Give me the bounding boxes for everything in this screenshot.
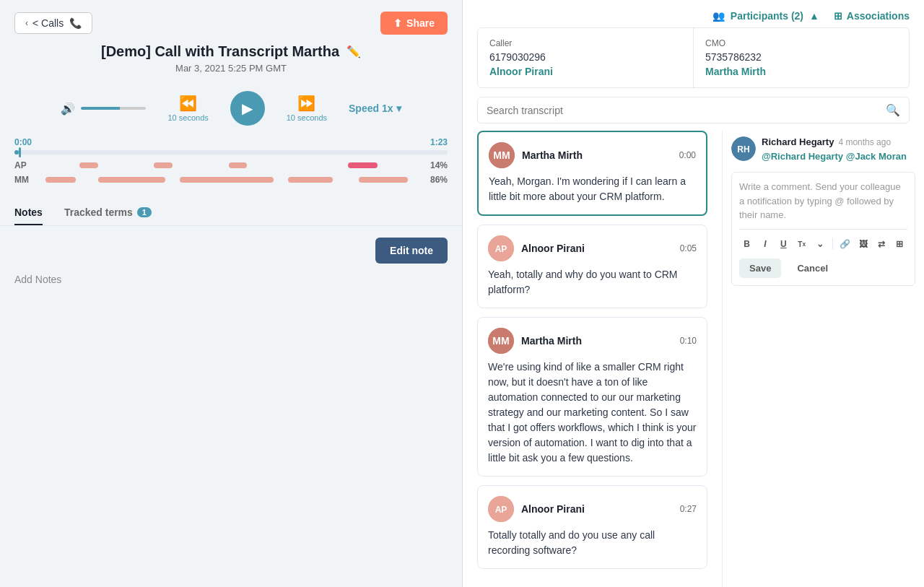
calls-button[interactable]: ‹ < Calls 📞 — [14, 12, 92, 34]
embed-button[interactable]: ⇄ — [873, 235, 889, 253]
skip-back-label: 10 seconds — [167, 113, 208, 122]
transcript-list: MM Martha Mirth 0:00 Yeah, Morgan. I'm w… — [463, 131, 722, 587]
speaker-pct-mm: 86% — [422, 175, 448, 185]
timeline-section: 0:00 1:23 AP 14% MM — [0, 131, 462, 192]
time-start: 0:00 — [14, 137, 32, 147]
text-format-button[interactable]: Tx — [794, 235, 809, 253]
bar-mm-2 — [98, 177, 165, 183]
bar-ap-1 — [79, 162, 98, 168]
underline-button[interactable]: U — [776, 235, 791, 253]
bar-mm-5 — [359, 177, 407, 183]
transcript-item-2[interactable]: AP Alnoor Pirani 0:05 Yeah, totally and … — [477, 225, 707, 308]
search-bar: 🔍 — [477, 97, 910, 123]
more-format-button[interactable]: ⌄ — [812, 235, 827, 253]
transcript-text-4: Totally totally and do you use any call … — [488, 528, 697, 558]
bar-mm-4 — [288, 177, 333, 183]
timeline-cursor — [19, 147, 21, 157]
tab-tracked-terms-label: Tracked terms — [64, 206, 133, 218]
transcript-item-4[interactable]: AP Alnoor Pirani 0:27 Totally totally an… — [477, 485, 707, 569]
speaker-row-mm: MM 86% — [14, 175, 448, 185]
speed-label: Speed 1x — [349, 103, 393, 114]
speaker-bars-mm — [42, 176, 415, 183]
phone-icon: 📞 — [69, 17, 82, 29]
avatar-ap-2: AP — [488, 496, 514, 522]
caller-phone: 6179030296 — [489, 51, 681, 63]
svg-text:MM: MM — [492, 335, 509, 347]
comment-editor: Write a comment. Send your colleague a n… — [731, 172, 915, 286]
participants-icon: 👥 — [712, 10, 725, 22]
table-button[interactable]: ⊞ — [892, 235, 907, 253]
tab-notes[interactable]: Notes — [14, 201, 43, 225]
participants-button[interactable]: 👥 Participants (2) ▲ — [712, 10, 819, 22]
speaker-name-1: Martha Mirth — [522, 149, 672, 161]
skip-forward-icon: ⏩ — [297, 95, 315, 112]
italic-button[interactable]: I — [757, 235, 772, 253]
comment-author: Richard Hegarty — [762, 136, 834, 147]
notes-area: Edit note Add Notes — [0, 226, 462, 587]
bar-ap-3 — [229, 162, 248, 168]
left-panel: ‹ < Calls 📞 ⬆ Share [Demo] Call with Tra… — [0, 0, 462, 587]
bold-button[interactable]: B — [739, 235, 754, 253]
transcript-header-4: AP Alnoor Pirani 0:27 — [488, 496, 697, 522]
svg-text:AP: AP — [495, 505, 507, 515]
participant-card-cmo: CMO 5735786232 Martha Mirth — [694, 28, 909, 87]
speaker-pct-ap: 14% — [422, 160, 448, 170]
avatar-ap-1: AP — [488, 235, 514, 261]
comment-meta-1: Richard Hegarty 4 months ago — [762, 136, 915, 147]
image-button[interactable]: 🖼 — [855, 235, 871, 253]
skip-back-button[interactable]: ⏪ 10 seconds — [167, 95, 208, 122]
tabs-section: Notes Tracked terms 1 — [0, 192, 462, 226]
associations-label: Associations — [847, 10, 910, 22]
cmo-role: CMO — [705, 38, 897, 48]
participant-card-caller: Caller 6179030296 Alnoor Pirani — [478, 28, 694, 87]
editor-placeholder[interactable]: Write a comment. Send your colleague a n… — [739, 180, 907, 223]
transcript-text-3: We're using kind of like a smaller CRM r… — [488, 360, 697, 466]
tab-tracked-terms[interactable]: Tracked terms 1 — [64, 201, 152, 225]
associations-button[interactable]: ⊞ Associations — [834, 10, 910, 22]
transcript-time-3: 0:10 — [680, 336, 697, 346]
transcript-comments: MM Martha Mirth 0:00 Yeah, Morgan. I'm w… — [463, 131, 924, 587]
transcript-time-1: 0:00 — [679, 150, 696, 160]
bar-mm-3 — [180, 177, 273, 183]
cmo-phone: 5735786232 — [705, 51, 897, 63]
share-button[interactable]: ⬆ Share — [380, 12, 448, 35]
play-icon: ▶ — [242, 100, 253, 117]
cancel-comment-button[interactable]: Cancel — [787, 258, 838, 278]
speed-chevron-icon: ▾ — [396, 103, 401, 114]
avatar-mm-1: MM — [489, 142, 515, 168]
transcript-header-1: MM Martha Mirth 0:00 — [489, 142, 696, 168]
time-end: 1:23 — [430, 137, 448, 147]
search-icon: 🔍 — [886, 103, 900, 117]
transcript-item-3[interactable]: MM Martha Mirth 0:10 We're using kind of… — [477, 317, 707, 477]
svg-text:AP: AP — [495, 244, 507, 254]
add-notes-link[interactable]: Add Notes — [14, 274, 448, 285]
comment-time: 4 months ago — [838, 137, 891, 147]
edit-note-button[interactable]: Edit note — [375, 238, 448, 264]
play-button[interactable]: ▶ — [230, 91, 265, 126]
speaker-name-4: Alnoor Pirani — [521, 503, 673, 515]
timeline-bar[interactable] — [14, 150, 448, 155]
caller-name[interactable]: Alnoor Pirani — [489, 66, 681, 77]
participants-dropdown: Caller 6179030296 Alnoor Pirani CMO 5735… — [477, 27, 910, 88]
mention-richard: @Richard Hegarty — [762, 151, 843, 162]
comment-avatar-rh: RH — [731, 136, 756, 161]
associations-icon: ⊞ — [834, 10, 842, 22]
skip-forward-button[interactable]: ⏩ 10 seconds — [287, 95, 327, 122]
transcript-header-2: AP Alnoor Pirani 0:05 — [488, 235, 697, 261]
call-date: Mar 3, 2021 5:25 PM GMT — [14, 63, 448, 74]
skip-back-icon: ⏪ — [179, 95, 197, 112]
edit-title-icon[interactable]: ✏️ — [346, 45, 361, 58]
volume-slider[interactable] — [81, 107, 146, 110]
caller-role: Caller — [489, 38, 681, 48]
speed-button[interactable]: Speed 1x ▾ — [349, 103, 401, 114]
speaker-name-2: Alnoor Pirani — [521, 243, 673, 254]
speaker-bars-ap — [42, 162, 415, 169]
link-button[interactable]: 🔗 — [837, 235, 853, 253]
save-comment-button[interactable]: Save — [739, 258, 781, 278]
search-input[interactable] — [487, 105, 880, 116]
participants-label: Participants (2) — [731, 10, 803, 22]
transcript-item-1[interactable]: MM Martha Mirth 0:00 Yeah, Morgan. I'm w… — [477, 131, 707, 216]
calls-label: < Calls — [32, 17, 64, 29]
transcript-header-3: MM Martha Mirth 0:10 — [488, 328, 697, 354]
cmo-name[interactable]: Martha Mirth — [705, 66, 897, 77]
